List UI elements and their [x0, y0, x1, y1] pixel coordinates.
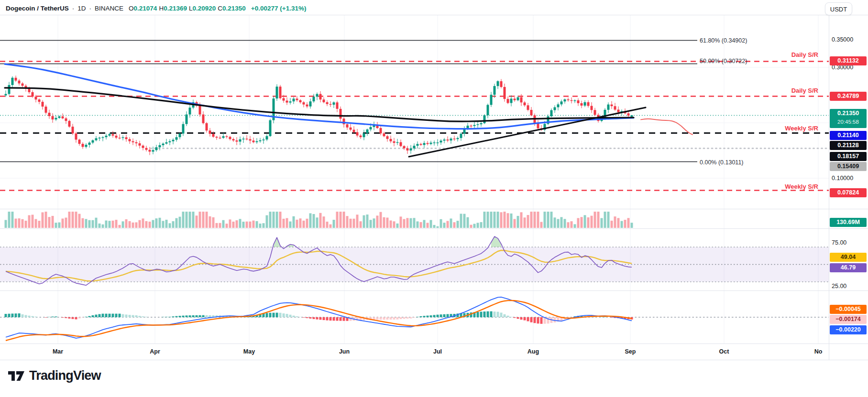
symbol-title[interactable]: Dogecoin / TetherUS — [6, 5, 69, 12]
time-axis-label: Apr — [150, 348, 160, 355]
price-badge: 46.79 — [830, 263, 867, 272]
time-axis-label: No — [814, 348, 823, 355]
ohlc-value: L0.20920 — [189, 5, 216, 12]
price-badge: −0.00174 — [830, 315, 867, 324]
price-badge: −0.00220 — [830, 325, 867, 334]
price-badge: 0.15409 — [830, 162, 867, 171]
price-change: +0.00277 (+1.31%) — [251, 5, 307, 12]
price-badge: 0.21128 — [830, 141, 867, 150]
time-axis-label: Mar — [53, 348, 63, 355]
fib-label: 50.00% (0.30722) — [700, 57, 747, 65]
time-axis-label: Jul — [433, 348, 442, 355]
price-badge: 0.18157 — [830, 152, 867, 161]
header-separator: · — [72, 5, 75, 12]
fib-label: 0.00% (0.13011) — [700, 159, 744, 166]
price-badge: 49.04 — [830, 253, 867, 262]
price-badge: 0.21140 — [830, 131, 867, 140]
time-axis-label: Jun — [339, 348, 350, 355]
price-badge: 0.24789 — [830, 92, 867, 101]
tradingview-logo-text: TradingView — [29, 368, 101, 383]
ohlc-value: H0.21369 — [159, 5, 187, 12]
price-axis-label: 0.10000 — [832, 174, 853, 182]
price-badge: −0.00045 — [830, 305, 867, 314]
sr-label: Weekly S/R — [785, 125, 818, 132]
ohlc-values: O0.21074H0.21369L0.20920C0.21350 — [127, 5, 246, 12]
time-axis[interactable] — [0, 343, 829, 360]
currency-toggle-button[interactable]: USDT — [825, 2, 852, 15]
sr-label: Weekly S/R — [785, 183, 818, 190]
price-axis-label: 75.00 — [832, 239, 846, 247]
interval-selector[interactable]: 1D — [77, 5, 86, 12]
sr-label: Daily S/R — [791, 87, 818, 94]
time-axis-label: Sep — [625, 348, 636, 355]
price-badge: 0.31132 — [830, 56, 867, 65]
tradingview-chart: Dogecoin / TetherUS · 1D · BINANCE O0.21… — [0, 0, 868, 397]
price-badge: 0.07824 — [830, 188, 867, 197]
price-badge: 130.69M — [830, 218, 867, 227]
ohlc-value: O0.21074 — [129, 5, 157, 12]
tradingview-logo-icon — [8, 369, 25, 383]
time-axis-label: May — [243, 348, 255, 355]
price-axis-label: 0.35000 — [832, 36, 853, 43]
price-axis-label: 25.00 — [832, 282, 846, 290]
price-badge: 0.2135020:45:58 — [830, 109, 867, 128]
fib-label: 61.80% (0.34902) — [700, 37, 747, 44]
time-axis-label: Aug — [527, 348, 539, 355]
time-axis-label: Oct — [719, 348, 729, 355]
header-separator: · — [89, 5, 92, 12]
chart-header: Dogecoin / TetherUS · 1D · BINANCE O0.21… — [6, 4, 306, 12]
tradingview-logo[interactable]: TradingView — [8, 368, 101, 383]
sr-label: Daily S/R — [791, 51, 818, 58]
exchange-name[interactable]: BINANCE — [95, 5, 123, 12]
ohlc-value: C0.21350 — [218, 5, 246, 12]
